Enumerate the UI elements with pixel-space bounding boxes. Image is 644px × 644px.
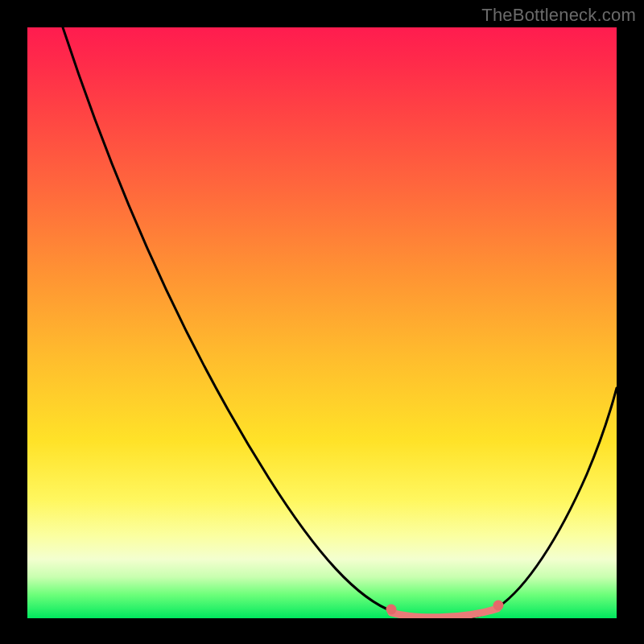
watermark-text: TheBottleneck.com: [481, 5, 636, 26]
minimum-dot-right: [493, 601, 504, 611]
plot-area: [27, 27, 617, 618]
chart-frame: TheBottleneck.com: [0, 0, 644, 644]
minimum-highlight: [27, 27, 617, 618]
minimum-band: [391, 609, 497, 617]
minimum-dot-left: [386, 605, 397, 615]
